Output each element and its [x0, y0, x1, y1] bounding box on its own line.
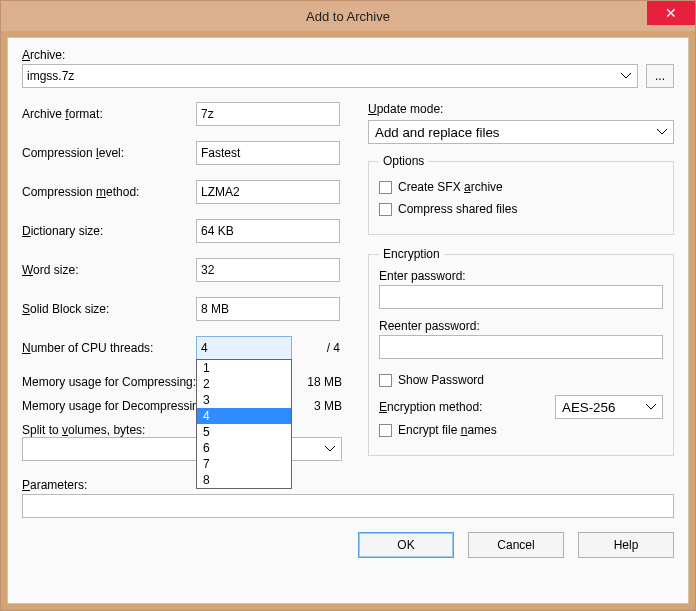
show-pw-row[interactable]: Show Password	[379, 373, 663, 387]
columns: Archive format: 7z Compression level: Fa…	[22, 102, 674, 468]
cpu-option-5[interactable]: 5	[197, 424, 291, 440]
reenter-pw-label: Reenter password:	[379, 319, 663, 333]
cpu-option-3[interactable]: 3	[197, 392, 291, 408]
dict-label: Dictionary size:	[22, 224, 196, 238]
dict-row: Dictionary size: 64 KB	[22, 219, 342, 243]
options-legend: Options	[379, 154, 428, 168]
right-column: Update mode: Add and replace files Optio…	[368, 102, 674, 468]
shared-label: Compress shared files	[398, 202, 517, 216]
enc-method-row: Encryption method: AES-256	[379, 395, 663, 419]
format-row: Archive format: 7z	[22, 102, 342, 126]
method-label: Compression method:	[22, 185, 196, 199]
show-pw-checkbox[interactable]	[379, 374, 392, 387]
split-block: Split to volumes, bytes:	[22, 423, 342, 461]
encryption-legend: Encryption	[379, 247, 444, 261]
shared-checkbox[interactable]	[379, 203, 392, 216]
split-label: Split to volumes, bytes:	[22, 423, 342, 437]
cpu-option-6[interactable]: 6	[197, 440, 291, 456]
word-select[interactable]: 32	[196, 258, 340, 282]
mem-comp-row: Memory usage for Compressing: 18 MB	[22, 375, 342, 389]
archive-label-rest: rchive:	[30, 48, 65, 62]
word-row: Word size: 32	[22, 258, 342, 282]
level-select[interactable]: Fastest	[196, 141, 340, 165]
format-select[interactable]: 7z	[196, 102, 340, 126]
dialog-body: Archive: imgss.7z ... Archive format: 7z	[7, 37, 689, 604]
left-column: Archive format: 7z Compression level: Fa…	[22, 102, 342, 468]
browse-button-label: ...	[655, 69, 665, 83]
cpu-option-2[interactable]: 2	[197, 376, 291, 392]
reenter-pw-input[interactable]	[379, 335, 663, 359]
block-select[interactable]: 8 MB	[196, 297, 340, 321]
dict-select[interactable]: 64 KB	[196, 219, 340, 243]
update-label: Update mode:	[368, 102, 674, 116]
cpu-option-4[interactable]: 4	[197, 408, 291, 424]
close-button[interactable]: ✕	[647, 1, 695, 25]
cpu-select[interactable]: 4	[196, 336, 292, 360]
browse-button[interactable]: ...	[646, 64, 674, 88]
archive-row: imgss.7z ...	[22, 64, 674, 88]
parameters-area: Parameters:	[22, 478, 674, 518]
ok-button[interactable]: OK	[358, 532, 454, 558]
enter-pw-input[interactable]	[379, 285, 663, 309]
cpu-row: Number of CPU threads: 4 / 4 1 2 3 4 5	[22, 336, 342, 360]
parameters-label: Parameters:	[22, 478, 674, 492]
enc-fn-label: Encrypt file names	[398, 423, 497, 437]
block-row: Solid Block size: 8 MB	[22, 297, 342, 321]
mem-decomp-row: Memory usage for Decompressing: 3 MB	[22, 399, 342, 413]
cpu-option-8[interactable]: 8	[197, 472, 291, 488]
update-mode-select[interactable]: Add and replace files	[368, 120, 674, 144]
options-group: Options Create SFX archive Compress shar…	[368, 154, 674, 235]
format-label: Archive format:	[22, 107, 196, 121]
method-select[interactable]: LZMA2	[196, 180, 340, 204]
cpu-label: Number of CPU threads:	[22, 341, 196, 355]
shared-row[interactable]: Compress shared files	[379, 202, 663, 216]
sfx-label: Create SFX archive	[398, 180, 503, 194]
cpu-controls: 4 / 4 1 2 3 4 5 6 7 8	[196, 336, 340, 360]
sfx-row[interactable]: Create SFX archive	[379, 180, 663, 194]
parameters-input[interactable]	[22, 494, 674, 518]
enc-fn-checkbox[interactable]	[379, 424, 392, 437]
enc-method-label: Encryption method:	[379, 400, 555, 414]
method-row: Compression method: LZMA2	[22, 180, 342, 204]
dialog-window: Add to Archive ✕ Archive: imgss.7z ... A…	[0, 0, 696, 611]
archive-label: Archive:	[22, 48, 674, 62]
cpu-option-7[interactable]: 7	[197, 456, 291, 472]
split-combo[interactable]	[22, 437, 342, 461]
cpu-option-1[interactable]: 1	[197, 360, 291, 376]
archive-path-input[interactable]: imgss.7z	[22, 64, 638, 88]
cpu-total: / 4	[327, 341, 340, 355]
titlebar: Add to Archive ✕	[1, 1, 695, 31]
sfx-checkbox[interactable]	[379, 181, 392, 194]
close-icon: ✕	[665, 5, 677, 21]
enc-fn-row[interactable]: Encrypt file names	[379, 423, 663, 437]
level-label: Compression level:	[22, 146, 196, 160]
window-title: Add to Archive	[306, 9, 390, 24]
show-pw-label: Show Password	[398, 373, 484, 387]
block-label: Solid Block size:	[22, 302, 196, 316]
cancel-button[interactable]: Cancel	[468, 532, 564, 558]
help-button[interactable]: Help	[578, 532, 674, 558]
encryption-group: Encryption Enter password: Reenter passw…	[368, 247, 674, 456]
archive-label-u: A	[22, 48, 30, 62]
enter-pw-label: Enter password:	[379, 269, 663, 283]
button-bar: OK Cancel Help	[22, 532, 674, 558]
word-label: Word size:	[22, 263, 196, 277]
cpu-dropdown-list[interactable]: 1 2 3 4 5 6 7 8	[196, 359, 292, 489]
level-row: Compression level: Fastest	[22, 141, 342, 165]
enc-method-select[interactable]: AES-256	[555, 395, 663, 419]
